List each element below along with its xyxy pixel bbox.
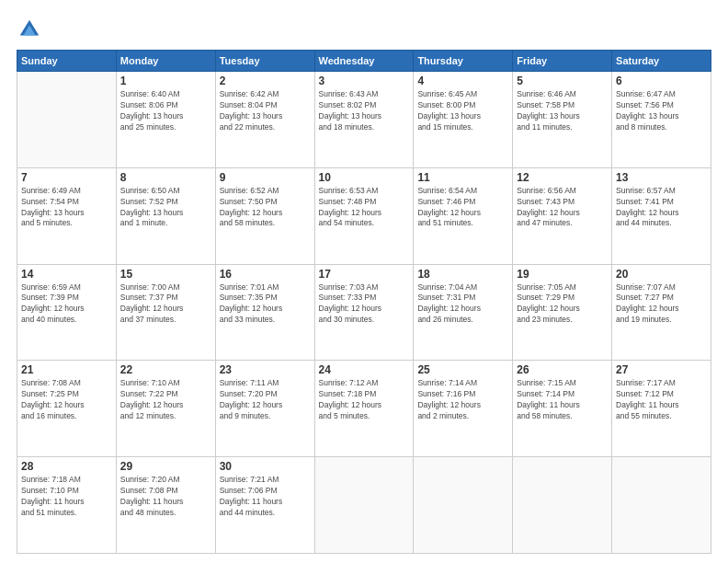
day-number: 7 (21, 171, 112, 184)
day-number: 2 (220, 75, 311, 87)
day-info: Sunrise: 6:52 AM Sunset: 7:50 PM Dayligh… (220, 186, 311, 230)
day-info: Sunrise: 6:47 AM Sunset: 7:56 PM Dayligh… (616, 89, 707, 133)
day-info: Sunrise: 7:17 AM Sunset: 7:12 PM Dayligh… (616, 378, 707, 422)
day-number: 11 (417, 171, 508, 184)
calendar-cell: 25Sunrise: 7:14 AM Sunset: 7:16 PM Dayli… (414, 361, 513, 457)
calendar-cell: 23Sunrise: 7:11 AM Sunset: 7:20 PM Dayli… (215, 361, 314, 457)
day-info: Sunrise: 6:57 AM Sunset: 7:41 PM Dayligh… (616, 186, 707, 230)
calendar-cell (17, 72, 117, 168)
calendar-cell: 16Sunrise: 7:01 AM Sunset: 7:35 PM Dayli… (215, 264, 314, 361)
day-number: 27 (616, 363, 707, 376)
weekday-header-saturday: Saturday (612, 51, 711, 72)
calendar-cell: 2Sunrise: 6:42 AM Sunset: 8:04 PM Daylig… (215, 72, 314, 168)
day-number: 16 (220, 268, 311, 281)
calendar-cell: 6Sunrise: 6:47 AM Sunset: 7:56 PM Daylig… (612, 72, 711, 168)
calendar-cell: 30Sunrise: 7:21 AM Sunset: 7:06 PM Dayli… (215, 457, 314, 554)
calendar-cell: 8Sunrise: 6:50 AM Sunset: 7:52 PM Daylig… (116, 167, 215, 264)
day-number: 4 (417, 75, 508, 87)
day-info: Sunrise: 6:49 AM Sunset: 7:54 PM Dayligh… (21, 186, 112, 230)
day-number: 21 (21, 363, 112, 376)
day-info: Sunrise: 6:53 AM Sunset: 7:48 PM Dayligh… (319, 186, 410, 230)
day-info: Sunrise: 7:03 AM Sunset: 7:33 PM Dayligh… (319, 282, 410, 327)
day-info: Sunrise: 7:00 AM Sunset: 7:37 PM Dayligh… (120, 282, 211, 327)
calendar-cell: 13Sunrise: 6:57 AM Sunset: 7:41 PM Dayli… (612, 167, 711, 264)
day-number: 19 (517, 268, 608, 281)
calendar-week-row: 7Sunrise: 6:49 AM Sunset: 7:54 PM Daylig… (17, 167, 711, 264)
calendar-cell: 20Sunrise: 7:07 AM Sunset: 7:27 PM Dayli… (612, 264, 711, 361)
day-info: Sunrise: 6:56 AM Sunset: 7:43 PM Dayligh… (517, 186, 608, 230)
calendar-cell: 9Sunrise: 6:52 AM Sunset: 7:50 PM Daylig… (215, 167, 314, 264)
day-info: Sunrise: 6:46 AM Sunset: 7:58 PM Dayligh… (517, 89, 608, 133)
calendar-week-row: 21Sunrise: 7:08 AM Sunset: 7:25 PM Dayli… (17, 361, 711, 457)
day-info: Sunrise: 7:10 AM Sunset: 7:22 PM Dayligh… (120, 378, 211, 422)
calendar-cell: 10Sunrise: 6:53 AM Sunset: 7:48 PM Dayli… (314, 167, 414, 264)
calendar-cell: 11Sunrise: 6:54 AM Sunset: 7:46 PM Dayli… (414, 167, 513, 264)
calendar-cell: 17Sunrise: 7:03 AM Sunset: 7:33 PM Dayli… (314, 264, 414, 361)
day-info: Sunrise: 6:43 AM Sunset: 8:02 PM Dayligh… (319, 89, 410, 133)
calendar-cell: 15Sunrise: 7:00 AM Sunset: 7:37 PM Dayli… (116, 264, 215, 361)
logo (17, 17, 46, 42)
day-number: 22 (120, 363, 211, 376)
calendar-cell: 19Sunrise: 7:05 AM Sunset: 7:29 PM Dayli… (513, 264, 612, 361)
day-info: Sunrise: 6:59 AM Sunset: 7:39 PM Dayligh… (21, 282, 112, 327)
day-number: 12 (517, 171, 608, 184)
day-number: 15 (120, 268, 211, 281)
calendar-cell: 4Sunrise: 6:45 AM Sunset: 8:00 PM Daylig… (414, 72, 513, 168)
calendar-cell: 12Sunrise: 6:56 AM Sunset: 7:43 PM Dayli… (513, 167, 612, 264)
day-number: 24 (319, 363, 410, 376)
calendar-cell: 22Sunrise: 7:10 AM Sunset: 7:22 PM Dayli… (116, 361, 215, 457)
calendar-cell: 27Sunrise: 7:17 AM Sunset: 7:12 PM Dayli… (612, 361, 711, 457)
calendar-cell: 24Sunrise: 7:12 AM Sunset: 7:18 PM Dayli… (314, 361, 414, 457)
day-number: 29 (120, 460, 211, 473)
weekday-header-row: SundayMondayTuesdayWednesdayThursdayFrid… (17, 51, 711, 72)
calendar-cell: 5Sunrise: 6:46 AM Sunset: 7:58 PM Daylig… (513, 72, 612, 168)
calendar-cell: 3Sunrise: 6:43 AM Sunset: 8:02 PM Daylig… (314, 72, 414, 168)
weekday-header-friday: Friday (513, 51, 612, 72)
day-number: 30 (220, 460, 311, 473)
day-number: 23 (220, 363, 311, 376)
day-info: Sunrise: 7:05 AM Sunset: 7:29 PM Dayligh… (517, 282, 608, 327)
day-info: Sunrise: 7:18 AM Sunset: 7:10 PM Dayligh… (21, 475, 112, 519)
day-info: Sunrise: 6:50 AM Sunset: 7:52 PM Dayligh… (120, 186, 211, 230)
page-header (17, 17, 711, 42)
day-number: 10 (319, 171, 410, 184)
calendar-cell: 28Sunrise: 7:18 AM Sunset: 7:10 PM Dayli… (17, 457, 117, 554)
day-number: 26 (517, 363, 608, 376)
calendar-cell (314, 457, 414, 554)
day-number: 5 (517, 75, 608, 87)
day-info: Sunrise: 6:45 AM Sunset: 8:00 PM Dayligh… (417, 89, 508, 133)
day-number: 3 (319, 75, 410, 87)
calendar-cell: 26Sunrise: 7:15 AM Sunset: 7:14 PM Dayli… (513, 361, 612, 457)
day-info: Sunrise: 7:07 AM Sunset: 7:27 PM Dayligh… (616, 282, 707, 327)
calendar-cell (513, 457, 612, 554)
day-info: Sunrise: 7:08 AM Sunset: 7:25 PM Dayligh… (21, 378, 112, 422)
calendar-cell: 21Sunrise: 7:08 AM Sunset: 7:25 PM Dayli… (17, 361, 117, 457)
day-number: 6 (616, 75, 707, 87)
calendar-cell: 14Sunrise: 6:59 AM Sunset: 7:39 PM Dayli… (17, 264, 117, 361)
calendar-cell: 7Sunrise: 6:49 AM Sunset: 7:54 PM Daylig… (17, 167, 117, 264)
day-info: Sunrise: 6:42 AM Sunset: 8:04 PM Dayligh… (220, 89, 311, 133)
logo-icon (17, 17, 42, 42)
weekday-header-wednesday: Wednesday (314, 51, 414, 72)
day-number: 13 (616, 171, 707, 184)
day-info: Sunrise: 6:40 AM Sunset: 8:06 PM Dayligh… (120, 89, 211, 133)
calendar-week-row: 28Sunrise: 7:18 AM Sunset: 7:10 PM Dayli… (17, 457, 711, 554)
day-number: 28 (21, 460, 112, 473)
day-info: Sunrise: 7:01 AM Sunset: 7:35 PM Dayligh… (220, 282, 311, 327)
day-number: 25 (417, 363, 508, 376)
calendar-cell (414, 457, 513, 554)
calendar-week-row: 14Sunrise: 6:59 AM Sunset: 7:39 PM Dayli… (17, 264, 711, 361)
calendar-week-row: 1Sunrise: 6:40 AM Sunset: 8:06 PM Daylig… (17, 72, 711, 168)
day-info: Sunrise: 7:04 AM Sunset: 7:31 PM Dayligh… (417, 282, 508, 327)
day-info: Sunrise: 7:14 AM Sunset: 7:16 PM Dayligh… (417, 378, 508, 422)
day-info: Sunrise: 7:12 AM Sunset: 7:18 PM Dayligh… (319, 378, 410, 422)
day-number: 18 (417, 268, 508, 281)
calendar-cell: 18Sunrise: 7:04 AM Sunset: 7:31 PM Dayli… (414, 264, 513, 361)
day-number: 20 (616, 268, 707, 281)
day-info: Sunrise: 7:15 AM Sunset: 7:14 PM Dayligh… (517, 378, 608, 422)
calendar-cell (612, 457, 711, 554)
calendar-cell: 1Sunrise: 6:40 AM Sunset: 8:06 PM Daylig… (116, 72, 215, 168)
day-info: Sunrise: 7:21 AM Sunset: 7:06 PM Dayligh… (220, 475, 311, 519)
day-number: 1 (120, 75, 211, 87)
weekday-header-thursday: Thursday (414, 51, 513, 72)
